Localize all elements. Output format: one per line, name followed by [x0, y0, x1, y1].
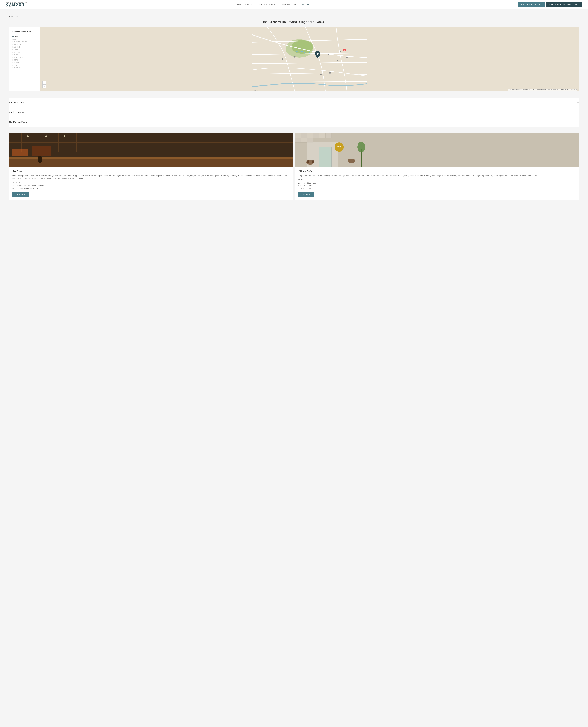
kiliney-image: KILINEY KOPITIAM [295, 133, 579, 167]
fat-cow-hours: Sun - Thurs: 12pm – 3pm, 6pm – 10.30pmFr… [13, 184, 290, 190]
svg-text:KOPITIAM: KOPITIAM [337, 147, 341, 148]
amenity-label-hotel: HOTEL [13, 59, 18, 61]
svg-rect-42 [319, 133, 326, 138]
visit-us-address: One Orchard Boulevard, Singapore 248649 [9, 20, 579, 24]
fat-cow-unit: #01-01/02 [13, 182, 290, 183]
accordion-transport: Public Transport + [9, 107, 579, 117]
accordion-header-shuttle[interactable]: Shuttle Service + [9, 98, 579, 107]
amenity-label-shuttle: SHUTTLE SERVICE [13, 41, 29, 43]
amenity-retail[interactable]: RETAIL [13, 64, 37, 67]
make-enquiry-button[interactable]: MAKE AN ENQUIRY / APPOINTMENT [546, 2, 582, 6]
svg-rect-34 [13, 148, 28, 156]
amenity-bus[interactable]: BUS STOPS [13, 43, 37, 46]
svg-rect-46 [307, 138, 313, 142]
map-zoom-out[interactable]: − [42, 85, 46, 88]
accordion-icon-parking: + [577, 120, 579, 124]
nav-about-camden[interactable]: ABOUT CAMDEN [237, 4, 252, 5]
amenity-label-banking: BANKING [13, 46, 20, 48]
fat-cow-name: Fat Cow [13, 170, 290, 173]
header-buttons: FIND A DOCTOR / CLINIC MAKE AN ENQUIRY /… [519, 2, 582, 6]
accordion-parking: Car Parking Rates + [9, 117, 579, 127]
map-attribution: Keyboard shortcuts Map data ©2023 Google… [508, 88, 578, 91]
amenity-label-all: ALL [15, 36, 18, 38]
amenity-clubs[interactable]: CLUBS [13, 48, 37, 51]
svg-point-8 [282, 58, 283, 60]
accordion-title-parking: Car Parking Rates [9, 121, 27, 123]
nav-conversations[interactable]: CONVERSATIONS [280, 4, 296, 5]
amenity-banking[interactable]: BANKING [13, 46, 37, 48]
fat-cow-body: Fat Cow One of Singapore's best Japanese… [9, 167, 293, 200]
amenity-shuttle[interactable]: SHUTTLE SERVICE [13, 41, 37, 43]
kiliney-unit: #01-03 [298, 179, 575, 181]
kiliney-view-menu-button[interactable]: VIEW MENU [298, 192, 314, 197]
map-controls: + − [42, 81, 46, 88]
fat-cow-desc: One of Singapore's best Japanese restaur… [13, 174, 290, 180]
svg-point-11 [340, 51, 341, 52]
svg-point-10 [328, 54, 329, 55]
svg-point-33 [38, 156, 42, 163]
svg-point-30 [64, 136, 65, 137]
svg-rect-31 [9, 158, 293, 167]
amenity-label-mrt: MRT [13, 38, 16, 40]
amenity-dining[interactable]: DINING [13, 54, 37, 56]
amenity-label-shopping: SHOPPING [13, 67, 22, 69]
amenity-label-clubs: CLUBS [13, 49, 18, 51]
svg-point-57 [357, 142, 365, 153]
main-nav: ABOUT CAMDEN NEWS AND EVENTS CONVERSATIO… [237, 4, 309, 5]
amenity-shopping[interactable]: SHOPPING [13, 67, 37, 69]
accordion-icon-shuttle: + [577, 101, 579, 104]
svg-point-28 [27, 136, 29, 137]
accordion-shuttle: Shuttle Service + [9, 98, 579, 107]
svg-rect-38 [295, 133, 301, 138]
amenity-cultural[interactable]: CULTURAL [13, 51, 37, 54]
restaurant-card-fat-cow: Fat Cow One of Singapore's best Japanese… [9, 133, 293, 200]
svg-rect-55 [312, 160, 314, 163]
amenity-all[interactable]: ALL [13, 35, 37, 38]
svg-point-18 [317, 53, 319, 55]
fat-cow-view-menu-button[interactable]: VIEW MENU [13, 192, 29, 197]
amenity-postal[interactable]: POSTAL [13, 61, 37, 64]
map-area[interactable]: M ©Google + − Keyboard shortcuts Map dat… [40, 27, 579, 91]
svg-text:KILINEY: KILINEY [337, 145, 342, 147]
svg-point-9 [294, 56, 296, 58]
accordion-header-transport[interactable]: Public Transport + [9, 107, 579, 117]
amenity-hotel[interactable]: HOTEL [13, 59, 37, 61]
map-container: Explore Amenities ALL MRT SHUTTLE SERVIC… [9, 27, 579, 92]
amenities-sidebar: Explore Amenities ALL MRT SHUTTLE SERVIC… [9, 27, 40, 91]
accordion-header-parking[interactable]: Car Parking Rates + [9, 117, 579, 127]
amenity-embassies[interactable]: EMBASSIES [13, 56, 37, 59]
accordion-title-transport: Public Transport [9, 111, 25, 114]
logo-main: CAMDEN [6, 3, 25, 6]
svg-point-29 [45, 136, 47, 137]
svg-point-13 [320, 74, 321, 75]
kiliney-name: Kiliney Cafe [298, 170, 575, 173]
svg-rect-35 [32, 145, 51, 156]
svg-point-12 [346, 57, 348, 58]
svg-rect-39 [301, 133, 307, 138]
svg-rect-45 [301, 138, 307, 142]
nav-visit-us[interactable]: VISIT US [301, 4, 309, 5]
find-doctor-button[interactable]: FIND A DOCTOR / CLINIC [519, 2, 545, 6]
svg-text:©Google: ©Google [253, 89, 257, 91]
kiliney-desc: Enjoy the exquisite taste of traditional… [298, 174, 575, 177]
map-zoom-in[interactable]: + [42, 81, 46, 85]
svg-text:M: M [344, 50, 345, 51]
accordion-icon-transport: + [577, 110, 579, 114]
amenity-label-cultural: CULTURAL [13, 52, 22, 53]
kiliney-hours: Mon - Fri: 7.30am – 5pmSat: 7.30am – 2pm… [298, 182, 575, 190]
amenity-label-dining: DINING [13, 54, 19, 56]
svg-rect-43 [326, 133, 332, 138]
svg-rect-32 [9, 157, 293, 159]
svg-rect-40 [307, 133, 313, 138]
svg-point-14 [329, 72, 331, 74]
amenity-dot-all [13, 36, 14, 37]
logo: ONE ORCHARD BOULEVARD CAMDEN MEDICAL [6, 2, 27, 7]
svg-rect-48 [319, 147, 332, 167]
page-content: VISIT US One Orchard Boulevard, Singapor… [0, 9, 588, 200]
accordion-title-shuttle: Shuttle Service [9, 101, 24, 104]
nav-news-events[interactable]: NEWS AND EVENTS [257, 4, 275, 5]
amenity-label-retail: RETAIL [13, 64, 19, 66]
restaurant-section: Fat Cow One of Singapore's best Japanese… [9, 133, 579, 200]
amenity-mrt[interactable]: MRT [13, 38, 37, 41]
restaurant-card-kiliney: KILINEY KOPITIAM Kiliney Cafe Enjoy the … [295, 133, 579, 200]
